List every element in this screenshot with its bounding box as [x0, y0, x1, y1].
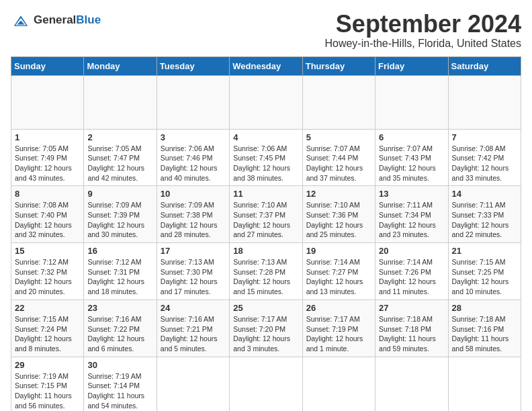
sunrise-text: Sunrise: 7:12 AM [15, 258, 69, 266]
calendar-cell: 8Sunrise: 7:08 AMSunset: 7:40 PMDaylight… [11, 186, 84, 243]
daylight-text: Daylight: 12 hours and 30 minutes. [87, 221, 144, 239]
day-info: Sunrise: 7:07 AMSunset: 7:43 PMDaylight:… [379, 144, 444, 183]
daylight-text: Daylight: 12 hours and 43 minutes. [15, 164, 72, 182]
day-number: 30 [87, 360, 152, 370]
sunset-text: Sunset: 7:36 PM [306, 211, 359, 219]
sunset-text: Sunset: 7:31 PM [87, 268, 140, 276]
daylight-text: Daylight: 11 hours and 59 minutes. [379, 334, 436, 353]
sunrise-text: Sunrise: 7:13 AM [233, 258, 287, 266]
sunrise-text: Sunrise: 7:16 AM [161, 315, 214, 323]
daylight-text: Daylight: 12 hours and 37 minutes. [306, 164, 363, 182]
daylight-text: Daylight: 11 hours and 58 minutes. [452, 334, 509, 353]
sunrise-text: Sunrise: 7:10 AM [306, 201, 360, 209]
sunset-text: Sunset: 7:22 PM [87, 325, 140, 333]
calendar-cell [230, 75, 302, 129]
calendar-cell: 16Sunrise: 7:12 AMSunset: 7:31 PMDayligh… [84, 243, 157, 300]
daylight-text: Daylight: 11 hours and 56 minutes. [15, 392, 72, 410]
day-info: Sunrise: 7:16 AMSunset: 7:21 PMDaylight:… [161, 314, 226, 354]
sunset-text: Sunset: 7:28 PM [233, 268, 285, 276]
sunset-text: Sunset: 7:34 PM [379, 211, 431, 219]
day-info: Sunrise: 7:08 AMSunset: 7:42 PMDaylight:… [452, 144, 517, 183]
sunrise-text: Sunrise: 7:09 AM [161, 201, 214, 209]
day-info: Sunrise: 7:11 AMSunset: 7:34 PMDaylight:… [379, 200, 444, 240]
weekday-header-tuesday: Tuesday [157, 56, 229, 75]
sunrise-text: Sunrise: 7:11 AM [379, 201, 433, 209]
calendar-cell: 5Sunrise: 7:07 AMSunset: 7:44 PMDaylight… [302, 129, 375, 186]
calendar-week-row: 29Sunrise: 7:19 AMSunset: 7:15 PMDayligh… [11, 357, 521, 411]
daylight-text: Daylight: 12 hours and 17 minutes. [161, 277, 218, 295]
calendar-cell [448, 75, 521, 129]
day-number: 1 [15, 132, 80, 142]
sunrise-text: Sunrise: 7:15 AM [452, 258, 506, 266]
day-number: 21 [452, 246, 517, 256]
location-subtitle: Howey-in-the-Hills, Florida, United Stat… [324, 38, 521, 50]
calendar-cell: 4Sunrise: 7:06 AMSunset: 7:45 PMDaylight… [230, 129, 302, 186]
day-number: 18 [233, 246, 298, 256]
day-info: Sunrise: 7:05 AMSunset: 7:49 PMDaylight:… [15, 144, 80, 183]
daylight-text: Daylight: 12 hours and 23 minutes. [379, 221, 436, 239]
calendar-cell [375, 75, 448, 129]
day-info: Sunrise: 7:19 AMSunset: 7:15 PMDaylight:… [15, 371, 80, 411]
sunrise-text: Sunrise: 7:19 AM [87, 372, 141, 380]
calendar-cell: 15Sunrise: 7:12 AMSunset: 7:32 PMDayligh… [11, 243, 84, 300]
sunrise-text: Sunrise: 7:16 AM [87, 315, 141, 323]
sunrise-text: Sunrise: 7:10 AM [233, 201, 287, 209]
daylight-text: Daylight: 12 hours and 32 minutes. [15, 221, 72, 239]
daylight-text: Daylight: 12 hours and 1 minute. [306, 334, 363, 353]
calendar-cell: 23Sunrise: 7:16 AMSunset: 7:22 PMDayligh… [84, 300, 157, 357]
sunset-text: Sunset: 7:30 PM [161, 268, 213, 276]
sunset-text: Sunset: 7:19 PM [306, 325, 359, 333]
calendar-cell: 17Sunrise: 7:13 AMSunset: 7:30 PMDayligh… [157, 243, 229, 300]
sunset-text: Sunset: 7:21 PM [161, 325, 213, 333]
sunset-text: Sunset: 7:45 PM [233, 154, 285, 162]
day-number: 23 [87, 303, 152, 313]
daylight-text: Daylight: 12 hours and 22 minutes. [452, 221, 509, 239]
sunrise-text: Sunrise: 7:17 AM [233, 315, 287, 323]
calendar-week-row: 15Sunrise: 7:12 AMSunset: 7:32 PMDayligh… [11, 243, 521, 300]
daylight-text: Daylight: 11 hours and 54 minutes. [87, 392, 144, 410]
calendar-cell [157, 75, 229, 129]
sunset-text: Sunset: 7:18 PM [379, 325, 431, 333]
daylight-text: Daylight: 12 hours and 28 minutes. [161, 221, 218, 239]
day-number: 20 [379, 246, 444, 256]
weekday-header-wednesday: Wednesday [230, 56, 302, 75]
calendar-week-row [11, 75, 521, 129]
day-number: 6 [379, 132, 444, 142]
day-info: Sunrise: 7:18 AMSunset: 7:16 PMDaylight:… [452, 314, 517, 354]
sunrise-text: Sunrise: 7:12 AM [87, 258, 141, 266]
day-info: Sunrise: 7:09 AMSunset: 7:38 PMDaylight:… [161, 200, 226, 240]
weekday-header-sunday: Sunday [11, 56, 84, 75]
daylight-text: Daylight: 12 hours and 33 minutes. [452, 164, 509, 182]
sunset-text: Sunset: 7:39 PM [87, 211, 140, 219]
daylight-text: Daylight: 12 hours and 5 minutes. [161, 334, 218, 353]
calendar-cell [230, 357, 302, 411]
calendar-cell [157, 357, 229, 411]
calendar-cell [11, 75, 84, 129]
sunset-text: Sunset: 7:47 PM [87, 154, 140, 162]
sunset-text: Sunset: 7:25 PM [452, 268, 504, 276]
day-number: 10 [161, 189, 226, 199]
calendar-cell: 27Sunrise: 7:18 AMSunset: 7:18 PMDayligh… [375, 300, 448, 357]
calendar-cell: 18Sunrise: 7:13 AMSunset: 7:28 PMDayligh… [230, 243, 302, 300]
sunrise-text: Sunrise: 7:18 AM [452, 315, 506, 323]
day-number: 15 [15, 246, 80, 256]
calendar-week-row: 1Sunrise: 7:05 AMSunset: 7:49 PMDaylight… [11, 129, 521, 186]
day-number: 22 [15, 303, 80, 313]
daylight-text: Daylight: 12 hours and 38 minutes. [233, 164, 290, 182]
calendar-cell: 11Sunrise: 7:10 AMSunset: 7:37 PMDayligh… [230, 186, 302, 243]
month-year-title: September 2024 [324, 11, 521, 38]
sunset-text: Sunset: 7:27 PM [306, 268, 359, 276]
day-number: 19 [306, 246, 371, 256]
sunrise-text: Sunrise: 7:05 AM [87, 144, 141, 152]
sunrise-text: Sunrise: 7:06 AM [233, 144, 287, 152]
calendar-cell: 24Sunrise: 7:16 AMSunset: 7:21 PMDayligh… [157, 300, 229, 357]
day-info: Sunrise: 7:10 AMSunset: 7:36 PMDaylight:… [306, 200, 371, 240]
sunrise-text: Sunrise: 7:07 AM [306, 144, 360, 152]
calendar-cell: 26Sunrise: 7:17 AMSunset: 7:19 PMDayligh… [302, 300, 375, 357]
day-number: 29 [15, 360, 80, 370]
sunrise-text: Sunrise: 7:17 AM [306, 315, 360, 323]
day-info: Sunrise: 7:19 AMSunset: 7:14 PMDaylight:… [87, 371, 152, 411]
day-info: Sunrise: 7:09 AMSunset: 7:39 PMDaylight:… [87, 200, 152, 240]
day-number: 11 [233, 189, 298, 199]
logo-general: General [34, 13, 76, 26]
